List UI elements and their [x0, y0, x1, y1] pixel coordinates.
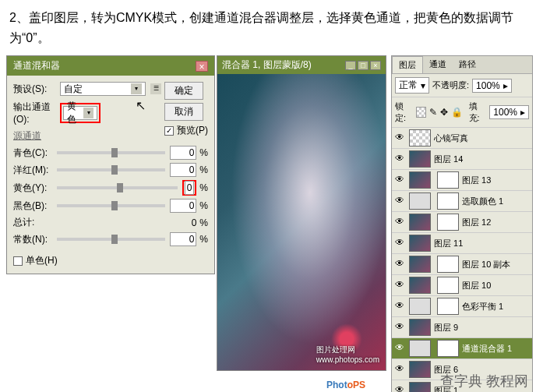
layer-thumbnail[interactable]	[409, 214, 431, 231]
layer-mask-thumbnail[interactable]	[437, 340, 459, 357]
layer-mask-thumbnail[interactable]	[437, 192, 459, 210]
layer-item[interactable]: 👁图层 10	[392, 275, 532, 296]
layer-thumbnail[interactable]	[409, 319, 431, 336]
layer-mask-thumbnail[interactable]	[437, 277, 459, 294]
visibility-icon[interactable]: 👁	[393, 132, 406, 144]
constant-input[interactable]: 0	[170, 232, 196, 246]
lock-all-icon[interactable]: 🔒	[451, 107, 463, 118]
layer-thumbnail[interactable]	[409, 192, 431, 210]
visibility-icon[interactable]: 👁	[393, 258, 406, 270]
visibility-icon[interactable]: 👁	[393, 237, 406, 249]
layer-item[interactable]: 👁选取颜色 1	[392, 191, 532, 212]
output-channel-value: 黄色	[67, 100, 83, 126]
lock-transparent-icon[interactable]	[416, 107, 426, 118]
layer-mask-thumbnail[interactable]	[437, 256, 459, 273]
layer-name: 图层 12	[462, 217, 531, 228]
visibility-icon[interactable]: 👁	[393, 300, 406, 313]
layer-mask-thumbnail[interactable]	[437, 171, 459, 189]
visibility-icon[interactable]: 👁	[393, 279, 406, 291]
close-icon[interactable]: ×	[370, 61, 381, 70]
opacity-value: 100%	[476, 80, 500, 91]
preset-menu-icon[interactable]: ☰	[150, 83, 161, 94]
layer-name: 图层 14	[434, 154, 531, 165]
magenta-input[interactable]: 0	[170, 163, 196, 177]
slider-thumb[interactable]	[111, 201, 118, 210]
layer-thumbnail[interactable]	[409, 129, 431, 147]
layer-thumbnail[interactable]	[409, 150, 431, 168]
cyan-slider[interactable]	[57, 151, 165, 154]
tab-channels[interactable]: 通道	[423, 56, 453, 73]
layer-mask-thumbnail[interactable]	[437, 298, 459, 315]
slider-thumb[interactable]	[111, 235, 118, 244]
layer-name: 色彩平衡 1	[462, 301, 531, 313]
visibility-icon[interactable]: 👁	[393, 384, 406, 392]
blend-mode-dropdown[interactable]: 正常 ▾	[395, 77, 429, 94]
layer-item[interactable]: 👁图层 13	[392, 170, 532, 191]
slider-thumb[interactable]	[111, 165, 118, 175]
magenta-slider[interactable]	[57, 168, 165, 171]
layer-thumbnail[interactable]	[409, 171, 431, 189]
yellow-input[interactable]: 0	[185, 181, 195, 195]
instruction-text: 2、盖印图层，转为CMYK模式，创建通道混合器调整层，选择黄色通道，把黄色的数据…	[0, 0, 536, 55]
visibility-icon[interactable]: 👁	[393, 153, 406, 165]
visibility-icon[interactable]: 👁	[393, 321, 406, 334]
fill-input[interactable]: 100%▸	[489, 105, 529, 119]
layer-item[interactable]: 👁心镜写真	[392, 128, 532, 149]
chevron-icon: ▸	[503, 80, 508, 91]
minimize-icon[interactable]: _	[345, 61, 356, 70]
total-value: 0	[192, 217, 197, 228]
layer-name: 图层 10	[462, 280, 531, 291]
layer-name: 图层 13	[462, 175, 531, 186]
layer-item[interactable]: 👁图层 9	[392, 317, 532, 338]
close-icon[interactable]: ×	[196, 61, 208, 72]
layer-thumbnail[interactable]	[409, 298, 431, 315]
black-slider[interactable]	[57, 204, 165, 207]
layer-item[interactable]: 👁通道混合器 1	[392, 338, 532, 359]
visibility-icon[interactable]: 👁	[393, 342, 406, 355]
total-label: 总计:	[13, 216, 52, 229]
tab-paths[interactable]: 路径	[453, 56, 482, 73]
visibility-icon[interactable]: 👁	[393, 195, 406, 207]
layer-thumbnail[interactable]	[409, 340, 431, 357]
dialog-title: 通道混和器	[13, 59, 60, 72]
preview-checkbox[interactable]: ✓	[164, 126, 174, 136]
tab-layers[interactable]: 图层	[392, 56, 423, 73]
layer-item[interactable]: 👁色彩平衡 1	[392, 296, 532, 317]
layer-mask-thumbnail[interactable]	[437, 214, 459, 231]
black-input[interactable]: 0	[170, 199, 196, 213]
cancel-button[interactable]: 取消	[164, 103, 203, 121]
layer-item[interactable]: 👁图层 11	[392, 233, 532, 254]
monochrome-checkbox[interactable]	[13, 256, 23, 266]
pct: %	[199, 164, 208, 175]
preset-dropdown[interactable]: 自定 ▾	[60, 82, 146, 96]
constant-slider[interactable]	[57, 238, 165, 241]
canvas[interactable]: 图片处理网 www.photops.com	[217, 74, 386, 370]
slider-thumb[interactable]	[111, 148, 118, 157]
slider-thumb[interactable]	[117, 183, 123, 192]
layer-list[interactable]: 👁心镜写真👁图层 14👁图层 13👁选取颜色 1👁图层 12👁图层 11👁图层 …	[392, 128, 532, 392]
opacity-input[interactable]: 100%▸	[472, 79, 512, 93]
visibility-icon[interactable]: 👁	[393, 174, 406, 186]
cyan-label: 青色(C):	[13, 147, 52, 160]
lock-brush-icon[interactable]: ✎	[429, 107, 437, 118]
layer-thumbnail[interactable]	[409, 256, 431, 273]
visibility-icon[interactable]: 👁	[393, 216, 406, 228]
ok-button[interactable]: 确定	[164, 82, 203, 100]
layer-item[interactable]: 👁图层 12	[392, 212, 532, 233]
lock-move-icon[interactable]: ✥	[440, 107, 448, 118]
layer-item[interactable]: 👁图层 10 副本	[392, 254, 532, 275]
layer-thumbnail[interactable]	[409, 235, 431, 252]
document-titlebar[interactable]: 混合器 1, 图层蒙版/8) _ □ ×	[217, 56, 386, 74]
yellow-slider[interactable]	[57, 186, 178, 189]
preview-label: 预览(P)	[177, 124, 208, 137]
output-channel-dropdown[interactable]: 黄色 ▾	[63, 106, 97, 120]
black-label: 黑色(B):	[13, 200, 52, 213]
layer-thumbnail[interactable]	[409, 277, 431, 294]
layer-item[interactable]: 👁图层 14	[392, 149, 532, 170]
cyan-input[interactable]: 0	[170, 146, 196, 160]
layers-panel: 图层 通道 路径 正常 ▾ 不透明度: 100%▸ 锁定: ✎ ✥ 🔒 填充: …	[391, 55, 533, 392]
dialog-titlebar[interactable]: 通道混和器 ×	[7, 56, 214, 76]
layer-name: 选取颜色 1	[462, 196, 531, 207]
maximize-icon[interactable]: □	[358, 61, 368, 70]
visibility-icon[interactable]: 👁	[393, 363, 406, 376]
